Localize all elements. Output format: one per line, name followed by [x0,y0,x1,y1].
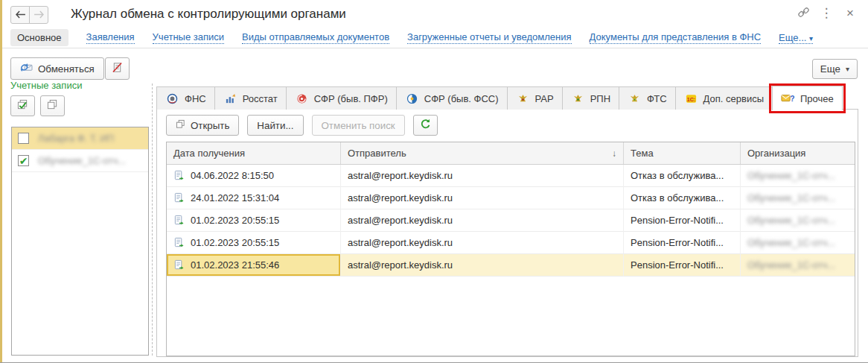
rpn-eagle-icon [571,93,585,104]
checkbox-unchecked-icon[interactable] [18,133,29,144]
cell-sender[interactable]: astral@report.keydisk.ru [341,187,624,209]
account-label: Обучение_1С-отч... [38,155,126,166]
cell-subject[interactable]: Pension-Error-Notifi... [624,232,741,254]
cell-date[interactable]: 01.02.2023 21:55:46 [167,254,341,277]
fns-emblem-icon [165,93,179,104]
cell-sender[interactable]: astral@report.keydisk.ru [341,254,624,277]
forward-arrow-icon [33,10,45,21]
exchange-button[interactable]: Обменяться [10,57,104,80]
cell-date[interactable]: 01.02.2023 20:55:15 [167,232,341,254]
table-row-2[interactable]: 01.02.2023 20:55:15astral@report.keydisk… [167,209,855,232]
app-window: Журнал обмена с контролирующими органами… [0,0,868,363]
tab-фнс[interactable]: ФНС [156,86,215,110]
incoming-message-icon [173,259,185,271]
tab-рпн[interactable]: РПН [562,86,619,110]
incoming-message-icon [173,237,185,248]
mail-question-icon: ? [781,93,795,104]
cell-subject[interactable]: Pension-Error-Notifi... [624,254,741,277]
account-row-1[interactable]: ✔Обучение_1С-отч... [12,150,148,172]
1c-services-icon: 1С: [684,93,698,104]
link-icon[interactable] [797,6,810,21]
nav-link-3[interactable]: Загруженные отчеты и уведомления [407,31,572,44]
tab-рар[interactable]: РАР [507,86,563,110]
cell-org[interactable]: Обучение_1С-отч... [741,232,855,254]
cancel-search-button[interactable]: Отменить поиск [312,115,405,136]
refresh-button[interactable] [413,115,438,136]
tab-фтс[interactable]: ФТС [619,86,675,110]
open-button[interactable]: Открыть [166,115,239,136]
tab-label: Росстат [243,93,278,104]
nav-item-main[interactable]: Основное [10,29,68,46]
accounts-title: Учетные записи [10,80,82,91]
panel-splitter[interactable] [152,83,153,356]
section-nav: Основное ЗаявленияУчетные записиВиды отп… [10,29,858,46]
cell-sender[interactable]: astral@report.keydisk.ru [341,232,624,254]
history-nav [10,6,48,24]
rar-eagle-icon [516,93,530,104]
nav-link-2[interactable]: Виды отправляемых документов [242,31,389,44]
tab-label: СФР (быв. ФСС) [424,93,499,104]
check-all-button[interactable] [10,95,35,116]
fts-eagle-icon [628,93,642,104]
cell-sender[interactable]: astral@report.keydisk.ru [341,209,624,232]
cell-sender[interactable]: astral@report.keydisk.ru [341,165,624,187]
tab-label: РПН [590,93,610,104]
forward-button[interactable] [29,6,48,24]
svg-text:?: ? [790,95,794,103]
cell-subject[interactable]: Отказ в обслужива... [624,165,741,187]
tab-доп-сервисы[interactable]: 1С:Доп. сервисы [675,86,773,110]
kebab-menu-icon[interactable]: ⋮ [819,6,834,21]
table-row-1[interactable]: 24.01.2022 15:31:04astral@report.keydisk… [167,187,855,209]
table-row-3[interactable]: 01.02.2023 20:55:15astral@report.keydisk… [167,232,855,254]
exchange-icon [20,62,33,75]
uncheck-all-icon [46,99,59,113]
tab-прочее[interactable]: ?Прочее [772,86,843,110]
nav-link-1[interactable]: Учетные записи [153,31,224,44]
cell-date[interactable]: 04.06.2022 8:15:50 [167,165,341,187]
check-all-icon [16,99,29,113]
no-report-button[interactable] [105,57,130,80]
cell-org[interactable]: Обучение_1С-отч... [741,254,855,277]
page-title: Журнал обмена с контролирующими органами [71,7,346,22]
cell-subject[interactable]: Отказ в обслужива... [624,187,741,209]
cell-subject[interactable]: Pension-Error-Notifi... [624,209,741,232]
tab-сфр-быв-пфр-[interactable]: СФР (быв. ПФР) [286,86,397,110]
incoming-message-icon [173,215,185,226]
nav-link-0[interactable]: Заявления [86,31,135,44]
tab-label: Доп. сервисы [703,93,764,104]
svg-text:1С:: 1С: [686,96,695,101]
back-button[interactable] [10,6,30,24]
sfr-fss-emblem-icon [405,93,419,104]
tab-label: ФНС [185,93,206,104]
cell-org[interactable]: Обучение_1С-отч... [741,209,855,232]
table-row-0[interactable]: 04.06.2022 8:15:50astral@report.keydisk.… [167,165,855,187]
table-header-row: Дата получения Отправитель↓ Тема Организ… [167,142,855,165]
accounts-list: Лабарга Ф. Т. ИП✔Обучение_1С-отч... [11,127,149,356]
tab-сфр-быв-фсс-[interactable]: СФР (быв. ФСС) [396,86,508,110]
agency-tabs: ФНСРосстатСФР (быв. ПФР)СФР (быв. ФСС)РА… [156,85,843,110]
chevron-down-icon: ▾ [809,34,813,42]
column-header-date[interactable]: Дата получения [167,142,341,164]
cell-org[interactable]: Обучение_1С-отч... [741,165,855,187]
close-icon[interactable]: × [843,6,858,21]
account-row-0[interactable]: Лабарга Ф. Т. ИП [12,127,148,150]
cell-date[interactable]: 24.01.2022 15:31:04 [167,187,341,209]
checkbox-checked-icon[interactable]: ✔ [18,155,29,166]
messages-table: Дата получения Отправитель↓ Тема Организ… [166,142,855,356]
column-header-org[interactable]: Организация [741,142,855,164]
tab-росстат[interactable]: Росстат [214,86,287,110]
column-header-subject[interactable]: Тема [624,142,741,164]
panel-more-button[interactable]: Еще ▾ [812,59,858,79]
open-icon [176,119,185,131]
rosstat-chart-icon [223,93,237,104]
crossed-document-icon [112,62,123,75]
find-button[interactable]: Найти... [247,115,303,136]
refresh-icon [420,119,431,132]
cell-date[interactable]: 01.02.2023 20:55:15 [167,209,341,232]
nav-link-4[interactable]: Документы для представления в ФНС [590,31,761,44]
cell-org[interactable]: Обучение_1С-отч... [741,187,855,209]
column-header-sender[interactable]: Отправитель↓ [341,142,624,164]
uncheck-all-button[interactable] [40,95,65,116]
nav-more-menu[interactable]: Еще... ▾ [779,32,813,44]
table-row-4[interactable]: 01.02.2023 21:55:46astral@report.keydisk… [167,254,855,277]
